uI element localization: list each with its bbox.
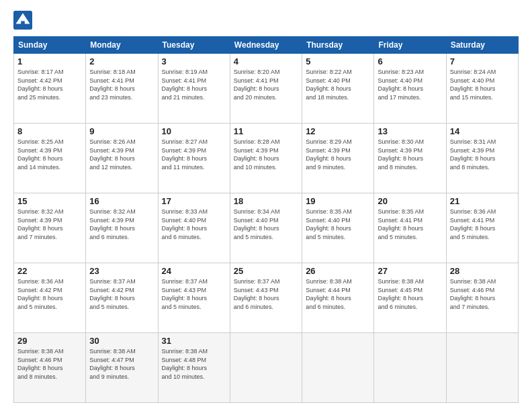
day-number: 15 <box>17 196 82 206</box>
day-info: Sunrise: 8:30 AM Sunset: 4:39 PM Dayligh… <box>378 138 442 171</box>
weekday-row: SundayMondayTuesdayWednesdayThursdayFrid… <box>14 37 519 54</box>
day-number: 14 <box>450 126 515 136</box>
week-row-1: 1Sunrise: 8:17 AM Sunset: 4:42 PM Daylig… <box>14 54 519 124</box>
day-number: 13 <box>378 126 442 136</box>
day-number: 29 <box>17 336 82 346</box>
day-info: Sunrise: 8:32 AM Sunset: 4:39 PM Dayligh… <box>17 208 82 241</box>
day-number: 30 <box>89 336 154 346</box>
day-number: 25 <box>234 266 298 276</box>
day-cell-23: 23Sunrise: 8:37 AM Sunset: 4:42 PM Dayli… <box>86 263 158 333</box>
day-cell-15: 15Sunrise: 8:32 AM Sunset: 4:39 PM Dayli… <box>14 193 86 263</box>
day-cell-28: 28Sunrise: 8:38 AM Sunset: 4:46 PM Dayli… <box>446 263 518 333</box>
day-cell-5: 5Sunrise: 8:22 AM Sunset: 4:40 PM Daylig… <box>302 54 374 124</box>
weekday-header-friday: Friday <box>374 37 446 54</box>
day-info: Sunrise: 8:20 AM Sunset: 4:41 PM Dayligh… <box>234 68 298 101</box>
day-number: 10 <box>162 126 226 136</box>
day-cell-8: 8Sunrise: 8:25 AM Sunset: 4:39 PM Daylig… <box>14 124 86 193</box>
day-number: 24 <box>162 266 226 276</box>
day-cell-29: 29Sunrise: 8:38 AM Sunset: 4:46 PM Dayli… <box>14 333 86 403</box>
day-number: 27 <box>378 266 442 276</box>
day-cell-17: 17Sunrise: 8:33 AM Sunset: 4:40 PM Dayli… <box>158 193 230 263</box>
day-info: Sunrise: 8:18 AM Sunset: 4:41 PM Dayligh… <box>89 68 154 101</box>
day-info: Sunrise: 8:38 AM Sunset: 4:46 PM Dayligh… <box>450 277 515 311</box>
day-info: Sunrise: 8:36 AM Sunset: 4:41 PM Dayligh… <box>450 208 515 241</box>
calendar-body: 1Sunrise: 8:17 AM Sunset: 4:42 PM Daylig… <box>14 54 519 403</box>
day-number: 18 <box>234 196 298 206</box>
day-cell-24: 24Sunrise: 8:37 AM Sunset: 4:43 PM Dayli… <box>158 263 230 333</box>
day-info: Sunrise: 8:26 AM Sunset: 4:39 PM Dayligh… <box>89 138 154 171</box>
page: SundayMondayTuesdayWednesdayThursdayFrid… <box>0 0 532 411</box>
day-info: Sunrise: 8:38 AM Sunset: 4:44 PM Dayligh… <box>306 277 370 311</box>
calendar: SundayMondayTuesdayWednesdayThursdayFrid… <box>13 36 519 403</box>
day-number: 3 <box>162 56 226 66</box>
day-number: 31 <box>162 336 226 346</box>
day-info: Sunrise: 8:37 AM Sunset: 4:42 PM Dayligh… <box>89 277 154 311</box>
day-cell-18: 18Sunrise: 8:34 AM Sunset: 4:40 PM Dayli… <box>230 193 302 263</box>
weekday-header-tuesday: Tuesday <box>158 37 230 54</box>
day-cell-3: 3Sunrise: 8:19 AM Sunset: 4:41 PM Daylig… <box>158 54 230 124</box>
week-row-3: 15Sunrise: 8:32 AM Sunset: 4:39 PM Dayli… <box>14 193 519 263</box>
day-number: 12 <box>306 126 370 136</box>
day-cell-27: 27Sunrise: 8:38 AM Sunset: 4:45 PM Dayli… <box>374 263 446 333</box>
day-cell-30: 30Sunrise: 8:38 AM Sunset: 4:47 PM Dayli… <box>86 333 158 403</box>
day-info: Sunrise: 8:32 AM Sunset: 4:39 PM Dayligh… <box>89 208 154 241</box>
week-row-5: 29Sunrise: 8:38 AM Sunset: 4:46 PM Dayli… <box>14 333 519 403</box>
day-number: 28 <box>450 266 515 276</box>
week-row-2: 8Sunrise: 8:25 AM Sunset: 4:39 PM Daylig… <box>14 124 519 193</box>
day-number: 9 <box>89 126 154 136</box>
day-info: Sunrise: 8:37 AM Sunset: 4:43 PM Dayligh… <box>234 277 298 311</box>
svg-rect-2 <box>21 21 25 26</box>
day-cell-7: 7Sunrise: 8:24 AM Sunset: 4:40 PM Daylig… <box>446 54 518 124</box>
day-info: Sunrise: 8:36 AM Sunset: 4:42 PM Dayligh… <box>17 277 82 311</box>
day-cell-21: 21Sunrise: 8:36 AM Sunset: 4:41 PM Dayli… <box>446 193 518 263</box>
day-cell-13: 13Sunrise: 8:30 AM Sunset: 4:39 PM Dayli… <box>374 124 446 193</box>
day-cell-2: 2Sunrise: 8:18 AM Sunset: 4:41 PM Daylig… <box>86 54 158 124</box>
day-cell-12: 12Sunrise: 8:29 AM Sunset: 4:39 PM Dayli… <box>302 124 374 193</box>
day-cell-11: 11Sunrise: 8:28 AM Sunset: 4:39 PM Dayli… <box>230 124 302 193</box>
day-info: Sunrise: 8:35 AM Sunset: 4:40 PM Dayligh… <box>306 208 370 241</box>
day-info: Sunrise: 8:22 AM Sunset: 4:40 PM Dayligh… <box>306 68 370 101</box>
day-info: Sunrise: 8:29 AM Sunset: 4:39 PM Dayligh… <box>306 138 370 171</box>
day-info: Sunrise: 8:33 AM Sunset: 4:40 PM Dayligh… <box>162 208 226 241</box>
day-info: Sunrise: 8:31 AM Sunset: 4:39 PM Dayligh… <box>450 138 515 171</box>
day-number: 20 <box>378 196 442 206</box>
day-cell-22: 22Sunrise: 8:36 AM Sunset: 4:42 PM Dayli… <box>14 263 86 333</box>
day-cell-26: 26Sunrise: 8:38 AM Sunset: 4:44 PM Dayli… <box>302 263 374 333</box>
calendar-header: SundayMondayTuesdayWednesdayThursdayFrid… <box>14 37 519 54</box>
day-number: 16 <box>89 196 154 206</box>
day-info: Sunrise: 8:28 AM Sunset: 4:39 PM Dayligh… <box>234 138 298 171</box>
day-number: 1 <box>17 56 82 66</box>
day-cell-10: 10Sunrise: 8:27 AM Sunset: 4:39 PM Dayli… <box>158 124 230 193</box>
day-cell-1: 1Sunrise: 8:17 AM Sunset: 4:42 PM Daylig… <box>14 54 86 124</box>
day-cell-19: 19Sunrise: 8:35 AM Sunset: 4:40 PM Dayli… <box>302 193 374 263</box>
weekday-header-sunday: Sunday <box>14 37 86 54</box>
weekday-header-monday: Monday <box>86 37 158 54</box>
day-number: 23 <box>89 266 154 276</box>
day-number: 6 <box>378 56 442 66</box>
weekday-header-thursday: Thursday <box>302 37 374 54</box>
day-cell-20: 20Sunrise: 8:35 AM Sunset: 4:41 PM Dayli… <box>374 193 446 263</box>
logo-icon <box>13 11 32 30</box>
day-info: Sunrise: 8:38 AM Sunset: 4:47 PM Dayligh… <box>89 347 154 381</box>
header <box>13 11 519 30</box>
empty-cell <box>302 333 374 403</box>
day-cell-9: 9Sunrise: 8:26 AM Sunset: 4:39 PM Daylig… <box>86 124 158 193</box>
day-cell-16: 16Sunrise: 8:32 AM Sunset: 4:39 PM Dayli… <box>86 193 158 263</box>
day-cell-14: 14Sunrise: 8:31 AM Sunset: 4:39 PM Dayli… <box>446 124 518 193</box>
day-number: 22 <box>17 266 82 276</box>
day-info: Sunrise: 8:24 AM Sunset: 4:40 PM Dayligh… <box>450 68 515 101</box>
day-info: Sunrise: 8:34 AM Sunset: 4:40 PM Dayligh… <box>234 208 298 241</box>
day-info: Sunrise: 8:19 AM Sunset: 4:41 PM Dayligh… <box>162 68 226 101</box>
day-cell-31: 31Sunrise: 8:38 AM Sunset: 4:48 PM Dayli… <box>158 333 230 403</box>
day-info: Sunrise: 8:27 AM Sunset: 4:39 PM Dayligh… <box>162 138 226 171</box>
day-cell-4: 4Sunrise: 8:20 AM Sunset: 4:41 PM Daylig… <box>230 54 302 124</box>
day-number: 8 <box>17 126 82 136</box>
empty-cell <box>374 333 446 403</box>
day-number: 21 <box>450 196 515 206</box>
weekday-header-wednesday: Wednesday <box>230 37 302 54</box>
day-info: Sunrise: 8:37 AM Sunset: 4:43 PM Dayligh… <box>162 277 226 311</box>
day-number: 4 <box>234 56 298 66</box>
day-number: 5 <box>306 56 370 66</box>
weekday-header-saturday: Saturday <box>446 37 518 54</box>
day-info: Sunrise: 8:25 AM Sunset: 4:39 PM Dayligh… <box>17 138 82 171</box>
